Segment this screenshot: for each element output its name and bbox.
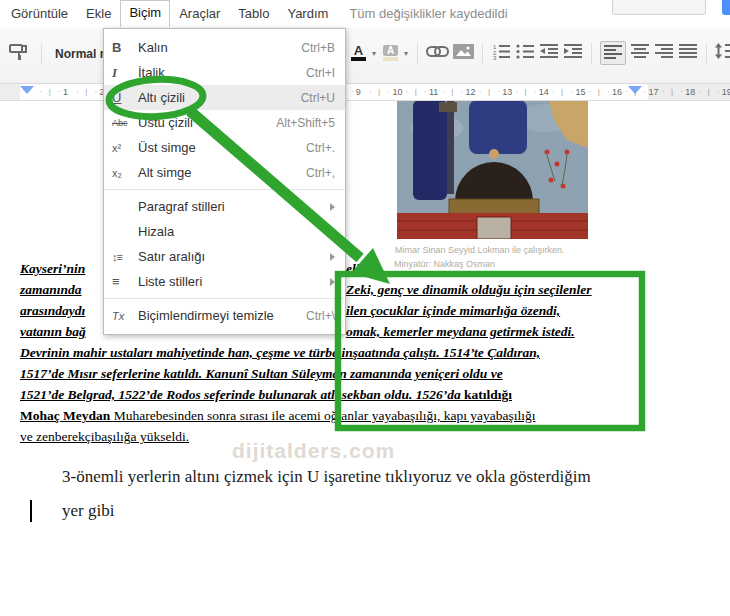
text-color-icon[interactable]: A [349, 44, 368, 62]
doc-text-segment: 1517’de Mısır seferlerine katıldı. Kanun… [20, 366, 503, 382]
toolbar-divider [482, 43, 483, 64]
menu-separator [104, 189, 345, 190]
menubar-item-2[interactable]: Biçim [120, 0, 170, 27]
chevron-down-icon[interactable]: ▾ [404, 49, 408, 58]
ruler-number: 18 [685, 86, 695, 98]
menu-item-10[interactable]: Liste stilleri [104, 269, 345, 294]
menubar-item-5[interactable]: Yardım [278, 1, 337, 27]
decrease-indent-icon[interactable] [539, 43, 559, 63]
italic-icon [112, 60, 138, 85]
menu-item-label: Biçimlendirmeyi temizle [138, 308, 306, 323]
menu-item-label: Altı çizili [138, 90, 301, 105]
menubar-item-4[interactable]: Tablo [229, 1, 278, 27]
insert-image-icon[interactable] [453, 44, 474, 63]
ruler-tick: · [58, 87, 61, 97]
ruler-number: 10 [392, 86, 402, 98]
submenu-arrow-icon [330, 278, 335, 286]
doc-line: 1517’de Mısır seferlerine katıldı. Kanun… [0, 366, 730, 384]
doc-text-run: 1521’de Belgrad, 1522’de Rodos seferinde… [20, 387, 464, 402]
paint-format-icon[interactable] [8, 42, 28, 66]
menu-item-label: İtalik [138, 65, 306, 80]
ruler-tick: · [534, 87, 537, 97]
share-button[interactable] [722, 0, 730, 15]
chevron-down-icon[interactable]: ▾ [372, 49, 376, 58]
ruler-tick: | [49, 87, 51, 97]
paragraph-line1: 3-önemli yerlerin altını çizmek için U i… [62, 467, 591, 487]
doc-text-run: Mohaç Meydan [20, 408, 114, 423]
highlight-color-icon[interactable]: A [381, 44, 400, 62]
ruler-tick: | [598, 87, 600, 97]
ruler-tick: | [451, 87, 453, 97]
doc-text-run: Muharebesinden sonra sırası ile acemi oğ… [114, 408, 536, 423]
menu-item-0[interactable]: KalınCtrl+B [104, 35, 345, 60]
justify-icon[interactable] [678, 43, 698, 63]
menu-item-3[interactable]: Üstü çiziliAlt+Shift+5 [104, 110, 345, 135]
menu-item-4[interactable]: Üst simgeCtrl+. [104, 135, 345, 160]
submenu-arrow-icon [330, 203, 335, 211]
menu-item-7[interactable]: Paragraf stilleri [104, 194, 345, 219]
numbered-list-icon[interactable]: 123 [491, 43, 511, 64]
ruler-tick: | [378, 87, 380, 97]
text-cursor [30, 500, 32, 522]
bulleted-list-icon[interactable] [515, 43, 535, 64]
ruler-tick: · [698, 87, 701, 97]
menu-item-label: Kalın [138, 40, 301, 55]
doc-text-segment: ve zenberekçibaşılığa yükseldi. [20, 429, 189, 445]
ruler-tick: | [85, 87, 87, 97]
paragraph-line2: yer gibi [62, 501, 114, 521]
menu-item-label: Üst simge [138, 140, 306, 155]
menu-item-5[interactable]: Alt simgeCtrl+, [104, 160, 345, 185]
ruler-tick: · [515, 87, 518, 97]
menu-item-8[interactable]: Hizala [104, 219, 345, 244]
menu-item-shortcut: Alt+Shift+5 [276, 116, 335, 130]
doc-text-run: Kayseri’nin [20, 261, 85, 276]
ruler-tick: · [387, 87, 390, 97]
doc-text-run: vatanın bağ [20, 324, 86, 339]
align-right-icon[interactable] [654, 43, 674, 63]
menu-item-shortcut: Ctrl+, [306, 166, 335, 180]
ruler-number: 12 [466, 86, 476, 98]
menu-item-label: Liste stilleri [138, 274, 330, 289]
doc-text-run: Zeki, genç ve dinamik olduğu için seçile… [346, 282, 592, 297]
doc-text-segment: ilen çocuklar içinde mimarlığa özendi, [346, 303, 560, 319]
comments-button[interactable] [612, 0, 706, 15]
ruler-tick: · [607, 87, 610, 97]
ruler-number: 13 [502, 86, 512, 98]
ruler-tick: · [589, 87, 592, 97]
doc-text-segment: Mohaç Meydan Muharebesinden sonra sırası… [20, 408, 536, 424]
indent-marker-right[interactable] [628, 86, 642, 94]
align-center-icon[interactable] [630, 43, 650, 63]
menu-item-label: Üstü çizili [138, 115, 276, 130]
line-spacing-icon[interactable] [715, 43, 730, 63]
menu-item-label: Alt simge [138, 165, 306, 180]
line-spacing-icon [112, 244, 138, 270]
menu-item-1[interactable]: İtalikCtrl+I [104, 60, 345, 85]
menubar-item-0[interactable]: Görüntüle [2, 1, 77, 27]
watermark: dijitalders.com [232, 439, 395, 463]
doc-text-run: elim [346, 261, 370, 276]
menu-item-9[interactable]: Satır aralığı [104, 244, 345, 269]
toolbar-divider [417, 43, 418, 64]
menu-item-12[interactable]: Biçimlendirmeyi temizleCtrl+\ [104, 303, 345, 328]
menu-item-2[interactable]: Altı çiziliCtrl+U [104, 85, 345, 110]
insert-link-icon[interactable] [426, 44, 449, 62]
doc-line: Mohaç Meydan Muharebesinden sonra sırası… [0, 408, 730, 426]
doc-text-run: omak, kemerler meydana getirmek istedi. [346, 324, 575, 339]
doc-text-run: 1517’de Mısır seferlerine katıldı. Kanun… [20, 366, 503, 381]
doc-text-segment: Devrinin mahir ustaları mahiyetinde han,… [20, 345, 540, 361]
indent-marker-left[interactable] [20, 86, 34, 94]
doc-text-segment: 1521’de Belgrad, 1522’de Rodos seferinde… [20, 387, 512, 403]
toolbar-divider [591, 43, 592, 64]
doc-text-run: arasındaydı [20, 303, 85, 318]
ruler-number: 15 [575, 86, 585, 98]
ruler-tick: · [497, 87, 500, 97]
doc-text-segment: arasındaydı [20, 303, 85, 319]
align-left-icon[interactable] [600, 41, 626, 65]
menubar-item-1[interactable]: Ekle [77, 1, 120, 27]
increase-indent-icon[interactable] [563, 43, 583, 63]
miniature-image[interactable] [397, 100, 588, 239]
ruler-tick: | [708, 87, 710, 97]
ruler-number: 9 [356, 86, 361, 98]
menubar-item-3[interactable]: Araçlar [170, 1, 229, 27]
ruler-tick: · [94, 87, 97, 97]
